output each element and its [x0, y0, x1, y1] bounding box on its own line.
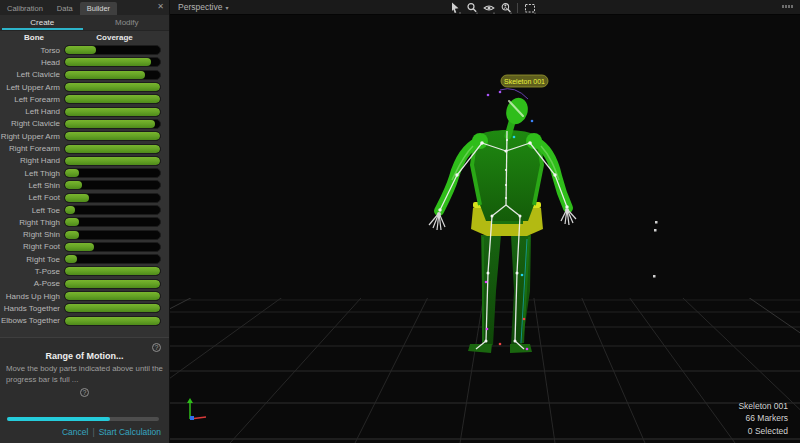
bone-label: Right Forearm — [0, 144, 64, 153]
bone-label: Left Shin — [0, 181, 64, 190]
help-icon[interactable]: ? — [152, 343, 161, 352]
bone-label: Left Thigh — [0, 169, 64, 178]
coverage-bar — [64, 230, 161, 240]
bone-label: Hands Together — [0, 304, 64, 313]
coverage-bar — [64, 254, 161, 264]
coverage-column-headers: Bone Coverage — [0, 31, 169, 44]
coverage-bar-fill — [65, 292, 160, 300]
instruction-body: Move the body parts indicated above unti… — [0, 364, 169, 385]
tab-calibration[interactable]: Calibration — [0, 2, 50, 15]
instruction-panel: ? Range of Motion... Move the body parts… — [0, 337, 169, 443]
coverage-bar-fill — [65, 132, 160, 140]
coverage-bar-fill — [65, 71, 145, 79]
bone-label: Left Upper Arm — [0, 83, 64, 92]
bone-label: Right Toe — [0, 255, 64, 264]
coverage-bar — [64, 57, 161, 67]
coverage-bar — [64, 217, 161, 227]
coverage-bar — [64, 180, 161, 190]
motive-app: Calibration Data Builder ✕ Create Modify… — [0, 0, 800, 443]
coverage-bar — [64, 193, 161, 203]
cancel-button[interactable]: Cancel — [62, 427, 88, 437]
coverage-bar-fill — [65, 169, 79, 177]
skeleton-avatar[interactable] — [429, 89, 576, 353]
bone-row: T-Pose — [0, 265, 169, 277]
bone-row: Right Hand — [0, 155, 169, 167]
coverage-bar-fill — [65, 46, 96, 54]
bone-label: T-Pose — [0, 267, 64, 276]
coverage-bar — [64, 316, 161, 326]
bone-label: Head — [0, 58, 64, 67]
left-hand — [429, 212, 445, 230]
coverage-bar — [64, 242, 161, 252]
bone-label: Hands Up High — [0, 292, 64, 301]
close-icon[interactable]: ✕ — [157, 2, 164, 11]
coverage-bar-fill — [65, 145, 160, 153]
stray-markers[interactable] — [653, 221, 658, 278]
scene-canvas[interactable]: Skeleton 001 — [170, 15, 800, 443]
view-selector[interactable]: Perspective ▾ — [178, 2, 228, 12]
bone-row: Right Shin — [0, 228, 169, 240]
coverage-bar-fill — [65, 108, 160, 116]
viewport-toolbar — [448, 1, 536, 14]
bone-row: Left Clavicle — [0, 69, 169, 81]
bone-row: Right Thigh — [0, 216, 169, 228]
coverage-bar — [64, 279, 161, 289]
bone-label: Left Clavicle — [0, 70, 64, 79]
bone-row: Right Upper Arm — [0, 130, 169, 142]
bone-label: Right Thigh — [0, 218, 64, 227]
subtab-modify[interactable]: Modify — [85, 15, 170, 30]
status-marker-count: 66 Markers — [738, 412, 788, 425]
coverage-bar — [64, 45, 161, 55]
bone-label: Right Shin — [0, 230, 64, 239]
bone-row: Left Upper Arm — [0, 81, 169, 93]
viewport-3d[interactable]: Perspective ▾ — [170, 0, 800, 443]
coverage-bar-fill — [65, 58, 151, 66]
bone-row: Hands Up High — [0, 290, 169, 302]
bone-row: Left Hand — [0, 105, 169, 117]
marquee-select-icon[interactable] — [523, 1, 536, 14]
show-eye-icon[interactable] — [482, 1, 495, 14]
start-calculation-button[interactable]: Start Calculation — [99, 427, 161, 437]
coverage-bar-fill — [65, 218, 79, 226]
coverage-bar — [64, 82, 161, 92]
panel-grip-icon[interactable] — [782, 5, 793, 8]
bone-row: Elbows Together — [0, 315, 169, 327]
coverage-bar-fill — [65, 194, 89, 202]
skeleton-badge[interactable]: Skeleton 001 — [501, 75, 548, 87]
tab-data[interactable]: Data — [50, 2, 80, 15]
svg-text:Skeleton 001: Skeleton 001 — [504, 78, 545, 85]
bone-row: Right Clavicle — [0, 118, 169, 130]
subtab-create[interactable]: Create — [0, 15, 85, 30]
coverage-bar — [64, 205, 161, 215]
follow-selection-icon[interactable] — [499, 1, 512, 14]
coverage-bar — [64, 107, 161, 117]
coverage-bar-fill — [65, 267, 160, 275]
right-hand — [561, 208, 576, 225]
status-skeleton-name: Skeleton 001 — [738, 400, 788, 413]
coverage-bar — [64, 156, 161, 166]
rom-progress-fill — [7, 417, 110, 421]
builder-sidebar: Calibration Data Builder ✕ Create Modify… — [0, 0, 170, 443]
bone-label: Left Foot — [0, 193, 64, 202]
coverage-bar — [64, 94, 161, 104]
coverage-bar — [64, 70, 161, 80]
select-cursor-icon[interactable] — [448, 1, 461, 14]
bone-row: Head — [0, 56, 169, 68]
view-selector-label: Perspective — [178, 2, 222, 12]
zoom-magnifier-icon[interactable] — [465, 1, 478, 14]
coverage-bar — [64, 119, 161, 129]
coverage-bar-fill — [65, 243, 94, 251]
bone-label: Torso — [0, 46, 64, 55]
tab-builder[interactable]: Builder — [80, 2, 117, 15]
bone-row: Left Foot — [0, 192, 169, 204]
action-separator: | — [92, 427, 94, 437]
coverage-bar-fill — [65, 157, 160, 165]
bone-label: Elbows Together — [0, 316, 64, 325]
selection-status: Skeleton 001 66 Markers 0 Selected — [738, 400, 788, 438]
help-icon-secondary[interactable]: ? — [80, 388, 89, 397]
bone-label: Right Hand — [0, 156, 64, 165]
coverage-bar-fill — [65, 120, 155, 128]
coverage-bar — [64, 144, 161, 154]
rom-progress-track — [7, 417, 159, 421]
viewport-topbar: Perspective ▾ — [170, 0, 800, 15]
